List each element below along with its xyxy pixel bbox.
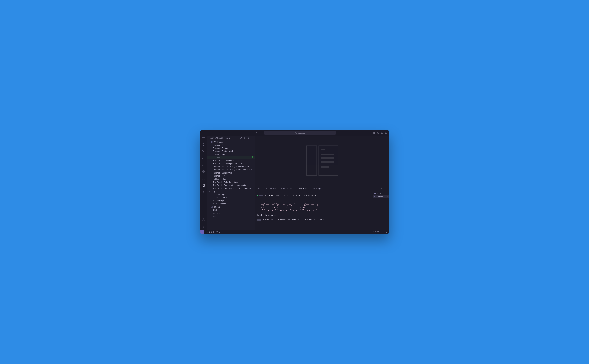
task-item[interactable]: Foundry - Test (207, 153, 255, 156)
menu-button[interactable] (200, 136, 207, 140)
status-problems[interactable]: 0 0 (207, 231, 214, 233)
task-item[interactable]: compile (207, 211, 255, 214)
check-icon (387, 196, 388, 198)
task-label: Hardhat - Test (213, 175, 225, 177)
terminal-line: Terminal will be reused by tasks, press … (262, 218, 326, 221)
task-group[interactable]: Workspace (207, 140, 255, 143)
svg-point-8 (202, 150, 204, 152)
task-item[interactable]: build package (207, 193, 255, 196)
svg-rect-21 (248, 137, 249, 138)
tab-problems[interactable]: Problems (258, 188, 267, 190)
tab-output[interactable]: Output (270, 188, 278, 190)
task-item[interactable]: Hardhat - Reset & Deploy to platform net… (207, 168, 255, 171)
task-label: Hardhat - Reset & Deploy to platform net… (213, 169, 252, 171)
braces-icon (211, 141, 213, 143)
svg-rect-29 (374, 193, 375, 194)
toggle-panel-icon[interactable] (381, 132, 383, 134)
task-item[interactable]: test workspace (207, 202, 255, 205)
refresh-icon[interactable] (240, 137, 242, 139)
svg-rect-7 (385, 132, 387, 133)
task-item[interactable]: Hardhat - Build (207, 156, 255, 159)
task-item[interactable]: test (207, 214, 255, 218)
activity-source-control[interactable] (200, 155, 207, 161)
task-group[interactable]: hardhat (207, 205, 255, 208)
activity-genie[interactable] (200, 189, 207, 195)
toggle-secondary-sidebar-icon[interactable] (385, 132, 387, 134)
run-task-icon[interactable] (252, 156, 254, 159)
search-placeholder: usecase (298, 132, 305, 134)
svg-point-20 (244, 137, 245, 138)
more-icon[interactable]: ··· (251, 137, 253, 139)
task-label: clean (213, 209, 218, 211)
task-badge: * (257, 219, 261, 221)
task-item[interactable]: Hardhat - Deploy to local network (207, 159, 255, 162)
terminal-instance[interactable]: bash (373, 192, 389, 195)
tab-debug-console[interactable]: Debug Console (280, 188, 296, 190)
task-group-label: go (214, 190, 216, 193)
maximize-panel-icon[interactable] (381, 188, 383, 190)
task-label: test workspace (213, 203, 226, 205)
nav-back-button[interactable] (255, 132, 258, 134)
collapse-all-icon[interactable] (247, 137, 249, 139)
task-item[interactable]: clean (207, 208, 255, 211)
toggle-sidebar-icon[interactable] (377, 132, 380, 134)
activity-extensions[interactable] (200, 169, 207, 175)
activity-testing[interactable] (200, 176, 207, 181)
activity-explorer[interactable] (200, 141, 207, 147)
task-label: test package (213, 200, 224, 202)
sidebar-title: Task Manager: Tasks (210, 137, 240, 139)
tab-terminal[interactable]: Terminal (299, 188, 308, 190)
task-item[interactable]: Hardhat - Start network (207, 171, 255, 174)
task-label: test (213, 215, 216, 217)
svg-rect-2 (375, 132, 375, 133)
terminal-more-icon[interactable]: ··· (377, 188, 379, 190)
task-item[interactable]: Foundry - Build (207, 143, 255, 147)
new-terminal-icon[interactable] (369, 188, 371, 190)
task-item[interactable]: SettleMint - Login (207, 177, 255, 181)
task-label: Foundry - Test (213, 153, 225, 156)
activity-accounts[interactable] (200, 216, 207, 222)
tab-ports[interactable]: Ports 1 (311, 188, 321, 190)
task-item[interactable]: Foundry - Start network (207, 150, 255, 153)
task-item[interactable]: The Graph - Codegen the subgraph types (207, 184, 255, 187)
task-label: Hardhat - Start network (213, 172, 233, 174)
notifications-icon[interactable] (386, 231, 388, 233)
status-ports[interactable]: 1 (216, 231, 220, 233)
task-item[interactable]: test package (207, 199, 255, 202)
activity-run-debug[interactable] (200, 162, 207, 168)
nav-forward-button[interactable] (260, 132, 262, 134)
status-layout[interactable]: Layout: U.S. (374, 231, 383, 233)
task-item[interactable]: build workspace (207, 196, 255, 199)
task-label: The Graph - Codegen the subgraph types (213, 184, 249, 186)
activity-search[interactable] (200, 148, 207, 154)
remote-indicator[interactable] (200, 230, 204, 234)
editor-placeholder-icon (305, 144, 339, 177)
layout-customize-icon[interactable] (373, 132, 375, 134)
terminal-instance[interactable]: Hardha… (373, 195, 389, 198)
chevron-down-icon (208, 206, 211, 208)
terminal-name: Hardha… (377, 196, 385, 198)
svg-point-18 (203, 218, 204, 219)
activity-settings[interactable] (200, 223, 207, 229)
task-label: The Graph - Deploy or update the subgrap… (213, 187, 251, 189)
task-label: Hardhat - Deploy to platform network (213, 162, 245, 165)
gear-icon[interactable] (243, 137, 246, 139)
svg-rect-1 (374, 132, 374, 133)
task-item[interactable]: Hardhat - Reset & Deploy to local networ… (207, 165, 255, 168)
task-label: Foundry - Start network (213, 150, 233, 152)
terminal-output[interactable]: * Executing task: bunx settlemint scs ha… (255, 191, 373, 230)
task-item[interactable]: Foundry - Format (207, 147, 255, 150)
task-tree: WorkspaceFoundry - BuildFoundry - Format… (207, 140, 255, 230)
terminal-dropdown-icon[interactable] (373, 188, 375, 190)
task-item[interactable]: The Graph - Build the subgraph (207, 181, 255, 184)
svg-rect-5 (377, 132, 379, 133)
task-item[interactable]: The Graph - Deploy or update the subgrap… (207, 187, 255, 190)
activity-bar (200, 136, 207, 230)
terminal-icon (374, 193, 376, 195)
activity-task-manager[interactable] (200, 182, 207, 188)
close-panel-icon[interactable] (385, 188, 387, 190)
task-item[interactable]: Hardhat - Deploy to platform network (207, 162, 255, 165)
task-group[interactable]: go (207, 190, 255, 193)
command-center-search[interactable]: usecase (264, 131, 336, 135)
task-item[interactable]: Hardhat - Test (207, 174, 255, 177)
